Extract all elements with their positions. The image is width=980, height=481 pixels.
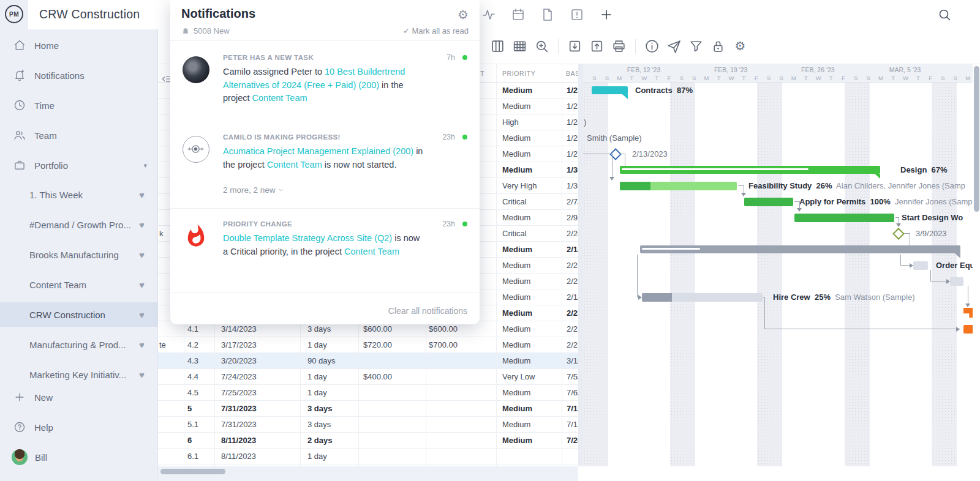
- cell-baseline: 2/22/2023: [567, 274, 578, 289]
- file-tab-icon[interactable]: [540, 7, 555, 22]
- table-row[interactable]: te4.23/17/20231 day$720.00$700.00Medium2…: [158, 337, 578, 353]
- sidebar-item-notifications[interactable]: Notifications: [0, 64, 158, 87]
- sidebar-item-new[interactable]: New: [0, 386, 158, 409]
- table-row[interactable]: 68/11/20232 daysMedium7/26/2023: [158, 433, 578, 449]
- sidebar-project-item[interactable]: #Demand / Growth Pro... ♥: [0, 212, 158, 237]
- sidebar-item-portfolio[interactable]: Portfolio▾: [0, 154, 158, 177]
- table-gantt-splitter[interactable]: [578, 64, 583, 466]
- favorite-heart-icon[interactable]: ♥: [139, 190, 145, 200]
- pulse-tab-icon[interactable]: [481, 7, 496, 22]
- alert-tab-icon[interactable]: [570, 7, 584, 22]
- sidebar-project-item[interactable]: Manufacturing & Prod... ♥: [0, 332, 158, 357]
- toolbar-icons: ⚙: [490, 39, 748, 54]
- cell-cost: $720.00: [363, 337, 426, 352]
- clear-all-notifications-button[interactable]: Clear all notifications: [388, 306, 467, 316]
- task-bar-small[interactable]: [913, 261, 928, 270]
- table-row[interactable]: 6.18/11/20231 day: [158, 449, 578, 464]
- cell-baseline: 7/12/2023: [567, 401, 578, 416]
- task-bar-apply-for-permits[interactable]: [744, 198, 793, 206]
- table-row[interactable]: 57/31/20233 daysMedium7/12/2023: [158, 401, 578, 417]
- notification-link[interactable]: Content Team: [267, 160, 322, 170]
- table-row[interactable]: 4.47/24/20231 day$400.00Very Low7/5/2023: [158, 369, 578, 385]
- column-header-priority[interactable]: PRIORITY: [502, 70, 535, 77]
- task-bar-feasibility-study[interactable]: [620, 182, 737, 190]
- show-more-notifications[interactable]: 2 more, 2 new: [223, 185, 284, 195]
- sidebar-item-time[interactable]: Time: [0, 94, 158, 117]
- sidebar-user[interactable]: Bill: [0, 446, 158, 469]
- task-bar-hire-crew[interactable]: [642, 293, 763, 302]
- import-icon[interactable]: [567, 39, 582, 54]
- table-row[interactable]: 5.17/31/20233 daysMedium7/12/2023: [158, 417, 578, 433]
- timeline-week-label: MAR, 12 '23: [968, 66, 973, 73]
- project-label: Manufacturing & Prod...: [29, 340, 126, 350]
- notification-link[interactable]: Content Team: [344, 247, 399, 256]
- notification-title: CAMILO IS MAKING PROGRESS!: [223, 133, 341, 141]
- cell-wbs: 5.1: [187, 417, 214, 432]
- columns-icon[interactable]: [490, 39, 505, 54]
- column-header-cost-fragment[interactable]: T: [480, 70, 484, 77]
- notification-item[interactable]: CAMILO IS MAKING PROGRESS! 23h Acumatica…: [181, 133, 469, 207]
- summary-bar-design[interactable]: [620, 166, 880, 174]
- sidebar-project-item[interactable]: Brooks Manufacturing ♥: [0, 242, 158, 267]
- sidebar-project-item[interactable]: Content Team ♥: [0, 272, 158, 297]
- send-icon[interactable]: [666, 39, 682, 54]
- notifications-settings-icon[interactable]: ⚙: [458, 7, 469, 22]
- sidebar-project-item[interactable]: CRW Construction ♥: [0, 302, 158, 327]
- favorite-heart-icon[interactable]: ♥: [139, 370, 145, 380]
- favorite-heart-icon[interactable]: ♥: [139, 340, 145, 350]
- vertical-scrollbar[interactable]: [973, 64, 980, 481]
- milestone-diamond[interactable]: [892, 228, 905, 240]
- notification-title: PRIORITY CHANGE: [223, 220, 292, 228]
- table-row[interactable]: 4.57/25/20231 dayMedium7/6/2023: [158, 385, 578, 401]
- table-row[interactable]: 4.33/20/202390 daysMedium3/1/2023: [158, 353, 578, 369]
- column-header-baseline[interactable]: BASELINE: [566, 70, 578, 77]
- sidebar-item-home[interactable]: Home: [0, 34, 158, 57]
- calendar-tab-icon[interactable]: [511, 7, 526, 22]
- print-icon[interactable]: [611, 39, 627, 54]
- cell-wbs: 4.4: [187, 369, 214, 384]
- notification-item[interactable]: PRIORITY CHANGE 23h Double Template Stra…: [181, 220, 469, 294]
- notification-link[interactable]: Content Team: [252, 93, 307, 103]
- task-bar-small[interactable]: [950, 277, 963, 286]
- favorite-heart-icon[interactable]: ♥: [139, 250, 145, 260]
- plus-tab-icon[interactable]: [599, 7, 614, 22]
- sidebar-project-item[interactable]: 1. This Week ♥: [0, 182, 158, 207]
- grid-icon[interactable]: [512, 39, 527, 54]
- sidebar-item-help[interactable]: Help: [0, 416, 158, 439]
- cell-priority: Medium: [502, 353, 562, 368]
- summary-bar-phase[interactable]: [640, 245, 960, 253]
- dependency-arrow: [638, 295, 642, 300]
- summary-bar-contracts[interactable]: [592, 86, 628, 94]
- horizontal-scrollbar[interactable]: [158, 466, 578, 481]
- milestone-flag[interactable]: [963, 308, 973, 318]
- horizontal-scrollbar-thumb[interactable]: [160, 469, 225, 474]
- sidebar-project-item[interactable]: Marketing Key Initiativ... ♥: [0, 362, 158, 387]
- task-bar-start-design-wo[interactable]: [794, 214, 894, 222]
- notification-link[interactable]: Acumatica Project Management Explained (…: [223, 146, 413, 156]
- mark-all-read-button[interactable]: ✓ Mark all as read: [403, 26, 469, 35]
- favorite-heart-icon[interactable]: ♥: [139, 280, 145, 290]
- info-icon[interactable]: [644, 39, 660, 54]
- search-icon[interactable]: [937, 7, 952, 22]
- dependency-arrow: [741, 193, 746, 196]
- favorite-heart-icon[interactable]: ♥: [139, 220, 145, 230]
- summary-bar-tail: [622, 94, 628, 99]
- summary-progress-stripe: [622, 168, 809, 170]
- dependency-line: [910, 233, 910, 247]
- notification-item[interactable]: PETER HAS A NEW TASK 7h Camilo assigned …: [181, 54, 469, 127]
- lock-icon[interactable]: [710, 39, 726, 54]
- cell-priority: Medium: [502, 258, 562, 273]
- notification-link[interactable]: Double Template Strategy Across Site (Q2…: [223, 233, 392, 243]
- export-icon[interactable]: [589, 39, 605, 54]
- cell-baseline: 1/26/2023: [567, 130, 578, 146]
- app-logo[interactable]: PM: [5, 5, 23, 23]
- vertical-scrollbar-thumb[interactable]: [974, 66, 979, 212]
- gear-icon[interactable]: ⚙: [733, 39, 748, 54]
- favorite-heart-icon[interactable]: ♥: [139, 310, 145, 320]
- task-bar-critical[interactable]: [963, 325, 973, 334]
- sidebar-item-team[interactable]: Team: [0, 124, 158, 147]
- zoom-in-icon[interactable]: [534, 39, 549, 54]
- timeline-day-letter: T: [650, 75, 663, 81]
- filter-icon[interactable]: [688, 39, 704, 54]
- timeline-day-letter: T: [737, 75, 750, 81]
